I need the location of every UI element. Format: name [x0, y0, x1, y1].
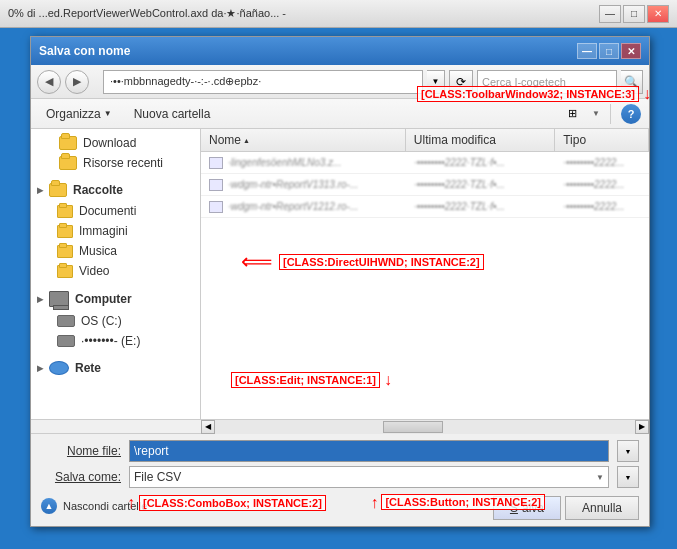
- file-date-2: ·••••••••2222·TZL·f•...: [414, 179, 505, 190]
- back-button[interactable]: ◀: [37, 70, 61, 94]
- file-name-1: ·lingenfesöenhMLNo3.z...: [228, 157, 341, 168]
- table-row[interactable]: ·wdgm-ntr•ReportV1212.ro-... ·••••••••22…: [201, 196, 649, 218]
- cancel-label: Annulla: [582, 501, 622, 515]
- c-drive-icon: [57, 315, 75, 327]
- nav-item-documenti[interactable]: Documenti: [31, 201, 200, 221]
- nav-item-c-drive[interactable]: OS (C:): [31, 311, 200, 331]
- save-label-rest: alva: [522, 501, 544, 515]
- cancel-button[interactable]: Annulla: [565, 496, 639, 520]
- dialog-close-button[interactable]: ✕: [621, 43, 641, 59]
- col-name-label: Nome: [209, 133, 241, 147]
- help-icon: ?: [628, 108, 635, 120]
- arrow-down-edit-icon: ↓: [384, 371, 392, 389]
- nav-download-label: Download: [83, 136, 136, 150]
- edit-annotation: [CLASS:Edit; INSTANCE:1] ↓: [231, 371, 392, 389]
- file-type-cell-3: ·••••••••2222...: [555, 199, 649, 214]
- bottom-actions: ▲ Nascondi cartelle Salva Annulla: [41, 492, 639, 520]
- save-dialog: Salva con nome — □ ✕ ◀ ▶ ·••·mbbnnagedty…: [30, 36, 650, 527]
- browser-content: Salva con nome — □ ✕ ◀ ▶ ·••·mbbnnagedty…: [0, 28, 677, 549]
- nav-c-drive-label: OS (C:): [81, 314, 122, 328]
- scroll-track[interactable]: [215, 420, 635, 434]
- dialog-title: Salva con nome: [39, 44, 577, 58]
- file-type-3: ·••••••••2222...: [563, 201, 624, 212]
- scroll-thumb[interactable]: [383, 421, 443, 433]
- filename-dropdown-button[interactable]: ▼: [617, 440, 639, 462]
- dialog-minimize-button[interactable]: —: [577, 43, 597, 59]
- saveas-value: File CSV: [134, 470, 181, 484]
- nav-item-immagini[interactable]: Immagini: [31, 221, 200, 241]
- nav-immagini-label: Immagini: [79, 224, 128, 238]
- computer-icon: [49, 291, 69, 307]
- file-date-cell-3: ·••••••••2222·TZL·f•...: [406, 199, 555, 214]
- risorse-folder-icon: [59, 156, 77, 170]
- horizontal-scrollbar[interactable]: ◀ ▶: [31, 419, 649, 433]
- organizza-chevron-icon: ▼: [104, 109, 112, 118]
- col-type-label: Tipo: [563, 133, 586, 147]
- dialog-window-controls: — □ ✕: [577, 43, 641, 59]
- nav-video-label: Video: [79, 264, 109, 278]
- filename-row: Nome file: ▼: [41, 440, 639, 462]
- file-date-3: ·••••••••2222·TZL·f•...: [414, 201, 505, 212]
- dialog-titlebar: Salva con nome — □ ✕: [31, 37, 649, 65]
- view-button[interactable]: ⊞: [560, 103, 584, 125]
- nav-e-drive-label: ·•••••••- (E:): [81, 334, 140, 348]
- path-display[interactable]: ·••·mbbnnagedty-·-:-·.cd⊕epbz·: [103, 70, 423, 94]
- nav-musica-label: Musica: [79, 244, 117, 258]
- saveas-combobox[interactable]: File CSV ▼: [129, 466, 609, 488]
- browser-window-controls: — □ ✕: [599, 5, 669, 23]
- col-name-sort-icon: ▲: [243, 137, 250, 144]
- e-drive-icon: [57, 335, 75, 347]
- nav-raccolte-label: Raccolte: [73, 183, 123, 197]
- help-button[interactable]: ?: [621, 104, 641, 124]
- table-row[interactable]: ·lingenfesöenhMLNo3.z... ·••••••••2222·T…: [201, 152, 649, 174]
- col-header-type[interactable]: Tipo: [555, 129, 649, 151]
- forward-button[interactable]: ▶: [65, 70, 89, 94]
- file-type-1: ·••••••••2222...: [563, 157, 624, 168]
- nav-section-computer[interactable]: ▶ Computer: [31, 287, 200, 311]
- organizza-button[interactable]: Organizza ▼: [39, 104, 119, 124]
- nav-risorse-label: Risorse recenti: [83, 156, 163, 170]
- saveas-dropdown-chevron-icon: ▼: [625, 474, 632, 481]
- table-row[interactable]: ·wdgm-ntr•ReportV1313.ro-... ·••••••••22…: [201, 174, 649, 196]
- file-date-cell-1: ·••••••••2222·TZL·f•...: [406, 155, 555, 170]
- save-button[interactable]: Salva: [493, 496, 561, 520]
- download-folder-icon: [59, 136, 77, 150]
- saveas-dropdown-button[interactable]: ▼: [617, 466, 639, 488]
- col-header-name[interactable]: Nome ▲: [201, 129, 406, 151]
- immagini-icon: [57, 225, 73, 238]
- organizza-toolbar: Organizza ▼ Nuova cartella ⊞ ▼ ?: [31, 99, 649, 129]
- dialog-maximize-button[interactable]: □: [599, 43, 619, 59]
- rete-icon: [49, 361, 69, 375]
- musica-icon: [57, 245, 73, 258]
- edit-class-text: [CLASS:Edit; INSTANCE:1]: [231, 372, 380, 388]
- file-list-panel: Nome ▲ Ultima modifica Tipo ·lingenfesöe…: [201, 129, 649, 419]
- col-date-label: Ultima modifica: [414, 133, 496, 147]
- file-type-2: ·••••••••2222...: [563, 179, 624, 190]
- scroll-right-button[interactable]: ▶: [635, 420, 649, 434]
- browser-maximize-button[interactable]: □: [623, 5, 645, 23]
- organizza-label: Organizza: [46, 107, 101, 121]
- nav-item-video[interactable]: Video: [31, 261, 200, 281]
- hide-folders-toggle[interactable]: ▲ Nascondi cartelle: [41, 498, 147, 514]
- file-name-cell-3: ·wdgm-ntr•ReportV1212.ro-...: [201, 199, 406, 215]
- nav-item-e-drive[interactable]: ·•••••••- (E:): [31, 331, 200, 351]
- nav-section-rete[interactable]: ▶ Rete: [31, 357, 200, 379]
- browser-title: 0% di ...ed.ReportViewerWebControl.axd d…: [8, 7, 599, 20]
- toolbar-annotation-text: [CLASS:ToolbarWindow32; INSTANCE:3]: [417, 86, 639, 102]
- file-type-cell-1: ·••••••••2222...: [555, 155, 649, 170]
- nav-item-download[interactable]: Download: [31, 133, 200, 153]
- browser-close-button[interactable]: ✕: [647, 5, 669, 23]
- view-dropdown-icon[interactable]: ▼: [592, 109, 600, 118]
- file-name-2: ·wdgm-ntr•ReportV1313.ro-...: [228, 179, 358, 190]
- nav-section-raccolte[interactable]: ▶ Raccolte: [31, 179, 200, 201]
- nav-rete-label: Rete: [75, 361, 101, 375]
- nuova-cartella-button[interactable]: Nuova cartella: [127, 104, 218, 124]
- col-header-date[interactable]: Ultima modifica: [406, 129, 555, 151]
- nav-item-risorse[interactable]: Risorse recenti: [31, 153, 200, 173]
- nav-item-musica[interactable]: Musica: [31, 241, 200, 261]
- filename-input[interactable]: [129, 440, 609, 462]
- scroll-left-button[interactable]: ◀: [201, 420, 215, 434]
- dialog-content: Download Risorse recenti ▶ Raccolte Docu…: [31, 129, 649, 419]
- back-icon: ◀: [45, 75, 53, 88]
- browser-minimize-button[interactable]: —: [599, 5, 621, 23]
